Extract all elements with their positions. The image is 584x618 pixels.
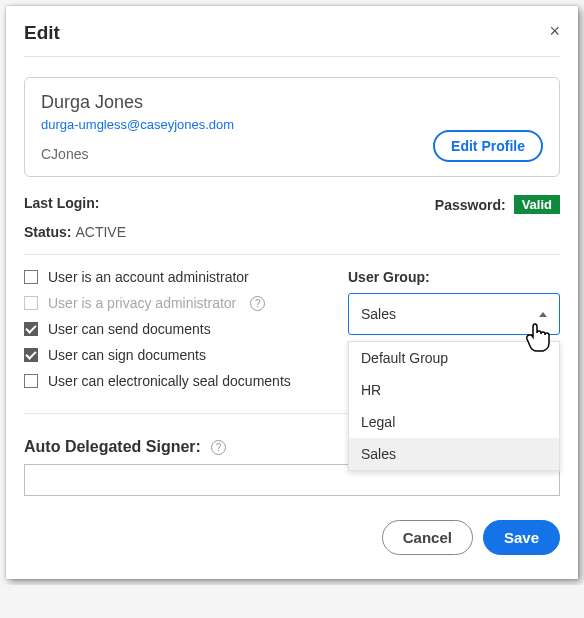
- profile-name: Durga Jones: [41, 92, 543, 113]
- login-row: Last Login: Password: Valid: [24, 195, 560, 214]
- perm-privacy-admin-label: User is a privacy administrator: [48, 295, 236, 311]
- save-button[interactable]: Save: [483, 520, 560, 555]
- checkbox-can-seal[interactable]: [24, 374, 38, 388]
- edit-profile-button[interactable]: Edit Profile: [433, 130, 543, 162]
- divider: [24, 254, 560, 255]
- checkbox-can-send[interactable]: [24, 322, 38, 336]
- dialog-footer: Cancel Save: [24, 520, 560, 555]
- status-label: Status:: [24, 224, 71, 240]
- user-group-panel: User Group: Sales Default Group HR Legal…: [348, 269, 560, 399]
- help-icon[interactable]: ?: [250, 296, 265, 311]
- cancel-button[interactable]: Cancel: [382, 520, 473, 555]
- user-group-dropdown: Default Group HR Legal Sales: [348, 341, 560, 471]
- checkbox-privacy-admin: [24, 296, 38, 310]
- perm-account-admin-row: User is an account administrator: [24, 269, 328, 285]
- checkbox-account-admin[interactable]: [24, 270, 38, 284]
- password-label: Password:: [435, 197, 506, 213]
- user-group-label: User Group:: [348, 269, 560, 285]
- dialog-title: Edit: [24, 22, 60, 44]
- dialog-header: Edit ×: [24, 22, 560, 57]
- edit-dialog: Edit × Durga Jones durga-umgless@caseyjo…: [6, 6, 578, 579]
- dropdown-item-default[interactable]: Default Group: [349, 342, 559, 374]
- dropdown-item-legal[interactable]: Legal: [349, 406, 559, 438]
- perm-can-sign-row: User can sign documents: [24, 347, 328, 363]
- status-row: Status: ACTIVE: [24, 224, 560, 240]
- auto-delegate-label: Auto Delegated Signer:: [24, 438, 201, 456]
- perm-can-seal-row: User can electronically seal documents: [24, 373, 328, 389]
- perm-can-send-row: User can send documents: [24, 321, 328, 337]
- checkbox-can-sign[interactable]: [24, 348, 38, 362]
- chevron-up-icon: [539, 312, 547, 317]
- close-icon[interactable]: ×: [549, 22, 560, 40]
- dropdown-item-sales[interactable]: Sales: [349, 438, 559, 470]
- perm-can-sign-label: User can sign documents: [48, 347, 206, 363]
- perm-can-seal-label: User can electronically seal documents: [48, 373, 291, 389]
- last-login-label: Last Login:: [24, 195, 99, 211]
- permissions-list: User is an account administrator User is…: [24, 269, 328, 399]
- user-group-selected: Sales: [361, 306, 396, 322]
- password-status-badge: Valid: [514, 195, 560, 214]
- user-group-select[interactable]: Sales: [348, 293, 560, 335]
- perm-can-send-label: User can send documents: [48, 321, 211, 337]
- dropdown-item-hr[interactable]: HR: [349, 374, 559, 406]
- profile-card: Durga Jones durga-umgless@caseyjones.dom…: [24, 77, 560, 177]
- status-value: ACTIVE: [75, 224, 126, 240]
- perm-privacy-admin-row: User is a privacy administrator ?: [24, 295, 328, 311]
- permissions-section: User is an account administrator User is…: [24, 269, 560, 399]
- perm-account-admin-label: User is an account administrator: [48, 269, 249, 285]
- help-icon[interactable]: ?: [211, 440, 226, 455]
